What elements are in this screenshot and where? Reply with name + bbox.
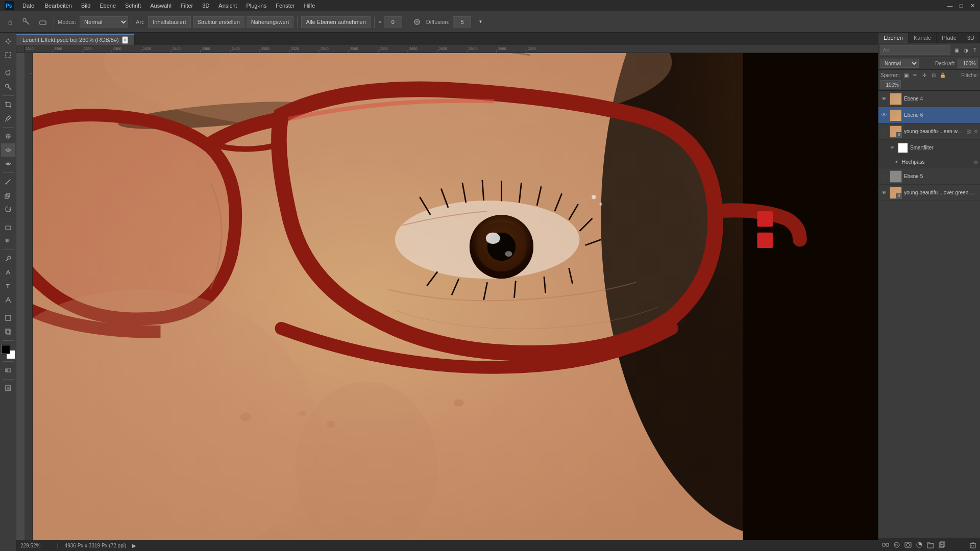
brush-tool-button[interactable] [19, 15, 34, 29]
filter-type-icon[interactable]: T [971, 46, 979, 54]
lasso-tool[interactable] [1, 66, 15, 80]
dodge-tool[interactable] [1, 252, 15, 265]
3d-tool[interactable] [1, 325, 15, 338]
visibility-smartfilter[interactable]: 👁 [889, 144, 896, 152]
gradient-tool[interactable] [1, 234, 15, 247]
new-group-button[interactable] [925, 540, 936, 550]
menu-datei[interactable]: Datei [18, 2, 40, 10]
magic-wand-tool[interactable] [1, 80, 15, 93]
red-eye-tool[interactable] [1, 157, 15, 170]
menu-plugins[interactable]: Plug-ins [242, 2, 271, 10]
menu-auswahl[interactable]: Auswahl [146, 2, 176, 10]
menu-hilfe[interactable]: Hilfe [300, 2, 319, 10]
add-mask-button[interactable] [903, 540, 913, 550]
quick-mask-button[interactable] [1, 364, 15, 377]
delete-layer-button[interactable] [968, 540, 978, 550]
window-controls: — □ ✕ [946, 2, 976, 9]
inhaltsbasiert-button[interactable]: Inhaltsbasiert [148, 16, 190, 28]
visibility-ebene5[interactable]: ◌ [880, 173, 888, 180]
brush-paint-tool[interactable] [1, 175, 15, 188]
tab-ebenen[interactable]: Ebenen [878, 33, 909, 43]
diffusion-arrow-button[interactable]: ▼ [473, 15, 487, 29]
naherungswert-button[interactable]: Näherungswert [247, 16, 294, 28]
patch-tool[interactable] [1, 143, 15, 157]
clone-stamp-button[interactable] [410, 15, 424, 29]
home-button[interactable]: ⌂ [3, 15, 17, 29]
shape-tool[interactable] [1, 311, 15, 324]
blend-mode-select[interactable]: Normal Multiplizieren Abwedeln [880, 59, 919, 68]
new-adjustment-button[interactable] [914, 540, 924, 550]
status-arrow[interactable]: ▶ [132, 543, 136, 548]
menu-bearbeiten[interactable]: Bearbeiten [41, 2, 76, 10]
healing-brush-tool[interactable] [1, 130, 15, 143]
lock-artboard-btn[interactable]: ⊡ [929, 71, 938, 79]
tab-pfade[interactable]: Pfade [937, 33, 962, 43]
canvas-view[interactable] [33, 53, 878, 540]
lock-all-btn[interactable]: 🔒 [939, 71, 947, 79]
lock-position-btn[interactable]: ✛ [920, 71, 928, 79]
document-tabs: Leucht Effekt.psdc bei 230% (RGB/8#) ✕ [16, 33, 878, 45]
visibility-young-original[interactable]: 👁 [880, 189, 888, 196]
layer-name-hochpass: Hochpass [902, 159, 972, 165]
thumb-ebene4 [890, 93, 902, 105]
close-button[interactable]: ✕ [969, 2, 976, 9]
maximize-button[interactable]: □ [958, 2, 965, 9]
eraser-tool[interactable] [1, 220, 15, 234]
filter-pixel-icon[interactable]: ▣ [952, 46, 961, 54]
minimize-button[interactable]: — [946, 2, 953, 9]
layer-item-ebene5[interactable]: ◌ Ebene 5 [878, 168, 980, 185]
angle-input[interactable] [384, 16, 402, 28]
screen-mode-button[interactable] [1, 382, 15, 395]
clone-stamp-paint[interactable] [1, 189, 15, 202]
eraser-tool-button[interactable] [36, 15, 50, 29]
eyedropper-tool[interactable] [1, 112, 15, 125]
menu-3d[interactable]: 3D [198, 2, 213, 10]
layer-item-ebene6[interactable]: 👁 Ebene 6 [878, 107, 980, 123]
svg-line-31 [6, 259, 8, 261]
layer-search: ▣ ◑ T ⬡ ⊡ [878, 43, 980, 57]
menu-ansicht[interactable]: Ansicht [214, 2, 241, 10]
link-layers-button[interactable] [880, 540, 891, 550]
menu-schrift[interactable]: Schrift [121, 2, 145, 10]
new-layer-button[interactable] [937, 540, 947, 550]
menu-filter[interactable]: Filter [177, 2, 197, 10]
artwork [33, 53, 878, 540]
close-tab-button[interactable]: ✕ [122, 36, 128, 44]
menu-bild[interactable]: Bild [77, 2, 94, 10]
tab-3d[interactable]: 3D [962, 33, 980, 43]
lock-transparent-btn[interactable]: ▣ [902, 71, 910, 79]
layer-item-young-original[interactable]: 👁 ⚙ young-beautifu-...over-green-wall [878, 185, 980, 201]
layer-item-ebene4[interactable]: 👁 Ebene 4 [878, 91, 980, 107]
history-brush-tool[interactable] [1, 203, 15, 216]
struktur-erstellen-button[interactable]: Struktur erstellen [193, 16, 244, 28]
menu-fenster[interactable]: Fenster [272, 2, 299, 10]
modus-select[interactable]: Normal Multiplizieren Abwedeln [80, 16, 128, 28]
visibility-ebene4[interactable]: 👁 [880, 95, 888, 103]
move-tool[interactable] [1, 35, 15, 48]
visibility-ebene6[interactable]: 👁 [880, 112, 888, 119]
add-style-button[interactable]: fx [892, 540, 902, 550]
path-selection-tool[interactable] [1, 293, 15, 307]
lock-paint-btn[interactable]: ✏ [911, 71, 919, 79]
text-tool[interactable]: T [1, 280, 15, 293]
menu-ebene[interactable]: Ebene [95, 2, 120, 10]
foreground-color[interactable] [1, 345, 10, 354]
tab-kanale[interactable]: Kanäle [909, 33, 937, 43]
fill-input[interactable] [880, 80, 901, 89]
layer-item-smartfilter[interactable]: 👁 Smartfilter [878, 140, 980, 156]
diffusion-input[interactable] [453, 16, 471, 28]
selection-tool[interactable] [1, 48, 15, 62]
visibility-hochpass[interactable]: 👁 [893, 159, 900, 166]
crop-tool[interactable] [1, 98, 15, 111]
pen-tool[interactable] [1, 266, 15, 279]
color-swatches[interactable] [1, 345, 15, 359]
filter-adjust-icon[interactable]: ◑ [962, 46, 970, 54]
thumb-young-original: ⚙ [890, 187, 902, 199]
alle-ebenen-button[interactable]: Alle Ebenen aufnehmen [301, 16, 370, 28]
document-tab[interactable]: Leucht Effekt.psdc bei 230% (RGB/8#) ✕ [16, 34, 135, 45]
layer-item-hochpass[interactable]: 👁 Hochpass ⚙ [878, 156, 980, 168]
visibility-young-kopie[interactable]: ◌ [880, 128, 888, 135]
layer-search-input[interactable] [880, 45, 950, 55]
opacity-input[interactable] [958, 59, 978, 68]
layer-item-young-kopie[interactable]: ◌ ⚙ young-beautifu-...een-wall Kopie ⛓ ⚙ [878, 123, 980, 140]
